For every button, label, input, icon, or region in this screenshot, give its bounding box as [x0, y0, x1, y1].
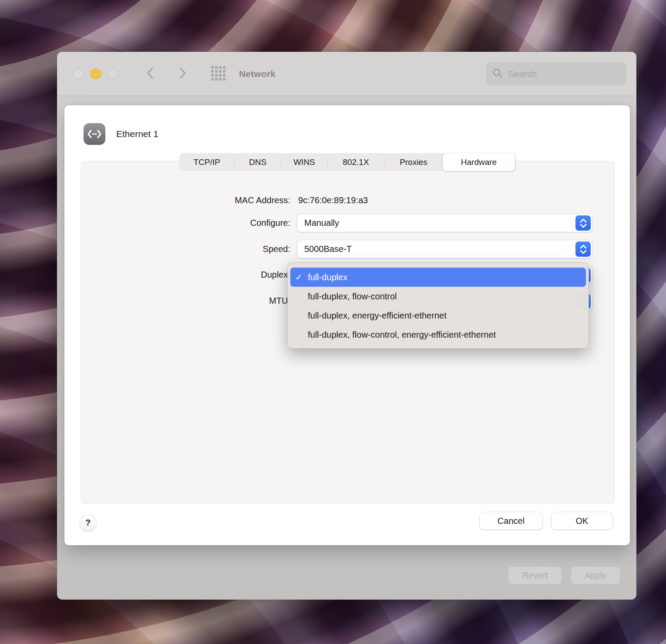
configure-label: Configure: [143, 218, 290, 228]
service-name: Ethernet 1 [116, 123, 158, 145]
titlebar[interactable]: Network [57, 52, 636, 96]
speed-popup[interactable]: 5000Base-T [297, 240, 592, 258]
grid-icon [211, 66, 226, 83]
mac-address-value: 9c:76:0e:89:19:a3 [298, 195, 368, 205]
tab-proxies[interactable]: Proxies [384, 153, 443, 171]
mtu-label: MTU: [143, 296, 290, 306]
help-button[interactable]: ? [80, 514, 96, 531]
cancel-button[interactable]: Cancel [480, 512, 542, 530]
show-all-button[interactable] [210, 66, 227, 83]
menu-item-label: full-duplex, energy-efficient-ethernet [308, 311, 447, 321]
menu-item-label: full-duplex [308, 272, 347, 282]
tab-dns[interactable]: DNS [235, 153, 281, 171]
tab-hardware[interactable]: Hardware [443, 153, 515, 171]
tab-bar: TCP/IP DNS WINS 802.1X Proxies Hardware [179, 153, 516, 171]
chevron-left-icon [145, 66, 155, 82]
speed-popup-value: 5000Base-T [304, 244, 352, 254]
mac-address-label: MAC Address: [143, 195, 290, 205]
network-window: Network Ethernet 1 TCP/IP [57, 52, 636, 600]
menu-item-label: full-duplex, flow-control, energy-effici… [308, 330, 496, 340]
minimize-button[interactable] [91, 69, 101, 79]
tab-tcpip[interactable]: TCP/IP [179, 153, 234, 171]
traffic-lights [73, 69, 118, 79]
chevron-up-down-icon [575, 242, 591, 257]
chevron-up-down-icon [575, 215, 591, 231]
ethernet-icon [84, 123, 105, 145]
duplex-menu: ✓ full-duplex full-duplex, flow-control … [287, 262, 589, 349]
apply-button[interactable]: Apply [571, 567, 620, 584]
zoom-button[interactable] [108, 69, 118, 79]
duplex-menu-item[interactable]: full-duplex, flow-control, energy-effici… [290, 325, 586, 344]
search-field[interactable] [486, 62, 626, 85]
ok-button[interactable]: OK [552, 512, 612, 530]
duplex-menu-item[interactable]: ✓ full-duplex [290, 268, 586, 287]
hardware-sheet: Ethernet 1 TCP/IP DNS WINS 802.1X Proxie… [64, 105, 630, 545]
configure-popup-value: Manually [304, 218, 339, 228]
duplex-menu-item[interactable]: full-duplex, energy-efficient-ethernet [290, 306, 586, 325]
tab-wins[interactable]: WINS [281, 153, 327, 171]
duplex-label: Duplex: [143, 270, 290, 280]
back-button[interactable] [143, 67, 158, 81]
configure-popup[interactable]: Manually [297, 214, 592, 232]
chevron-right-icon [178, 66, 188, 82]
search-input[interactable] [507, 68, 627, 80]
speed-label: Speed: [143, 244, 290, 254]
revert-button[interactable]: Revert [508, 567, 562, 584]
search-icon [492, 68, 503, 80]
tab-8021x[interactable]: 802.1X [328, 153, 384, 171]
forward-button[interactable] [175, 67, 190, 81]
window-title: Network [239, 52, 276, 96]
menu-item-label: full-duplex, flow-control [308, 292, 397, 302]
checkmark-icon: ✓ [295, 272, 303, 282]
duplex-menu-item[interactable]: full-duplex, flow-control [290, 287, 586, 306]
close-button[interactable] [73, 69, 84, 79]
